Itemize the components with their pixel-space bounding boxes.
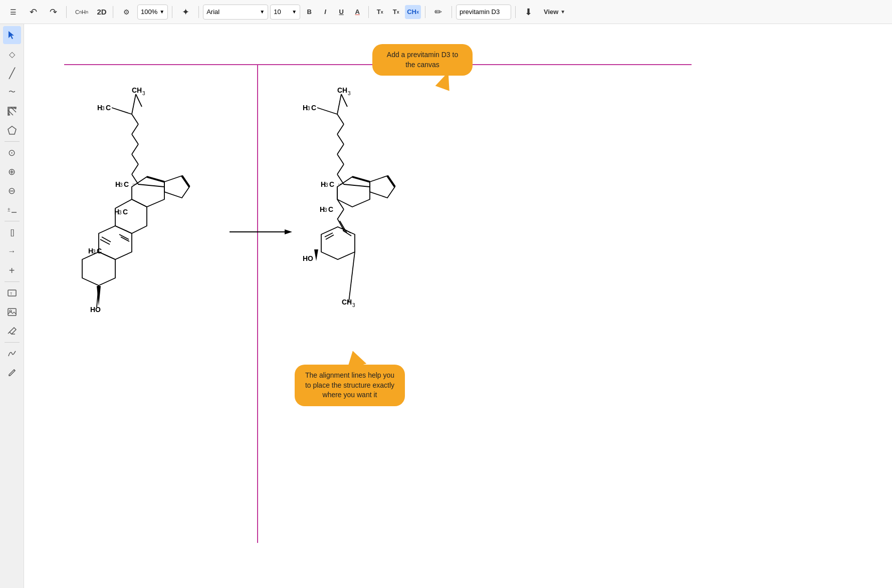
svg-text:±: ± bbox=[8, 207, 11, 212]
chem-format-button[interactable]: CHx bbox=[405, 5, 421, 19]
font-size-dropdown[interactable]: 10 ▼ bbox=[270, 5, 300, 20]
menu-button[interactable]: ☰ bbox=[4, 3, 22, 21]
toolbar: ☰ ↶ ↷ CnHn 2D ⚙ 100% ▼ ✦ Arial ▼ 10 ▼ B … bbox=[0, 0, 892, 24]
svg-text:HO: HO bbox=[303, 254, 313, 262]
view-button[interactable]: View ▼ bbox=[540, 5, 569, 19]
svg-line-74 bbox=[341, 94, 347, 107]
separator-5 bbox=[368, 6, 369, 18]
sb-sep-3 bbox=[5, 281, 20, 282]
svg-text:C: C bbox=[106, 104, 111, 112]
svg-line-73 bbox=[317, 108, 337, 114]
separator-8 bbox=[515, 6, 516, 18]
svg-marker-82 bbox=[370, 176, 395, 198]
svg-text:C: C bbox=[328, 205, 333, 213]
undo-button[interactable]: ↶ bbox=[24, 3, 42, 21]
svg-text:3: 3 bbox=[348, 91, 351, 96]
svg-line-18 bbox=[14, 370, 15, 371]
settings-button[interactable]: ⚙ bbox=[117, 3, 135, 21]
sidebar-atom-tool[interactable]: ⊙ bbox=[3, 144, 21, 162]
separator-2 bbox=[113, 6, 113, 18]
sidebar-pentagon-tool[interactable] bbox=[3, 121, 21, 139]
svg-text:3: 3 bbox=[120, 182, 123, 188]
formula-button[interactable]: CnHn bbox=[71, 3, 93, 21]
canvas[interactable]: CH 3 H 3 C H 3 C ···· H 3 C bbox=[24, 24, 892, 588]
svg-line-67 bbox=[337, 124, 344, 134]
svg-text:3: 3 bbox=[352, 303, 355, 308]
sidebar-number-tool[interactable]: ± bbox=[3, 201, 21, 219]
svg-line-66 bbox=[337, 114, 344, 124]
sidebar-zoom-in-tool[interactable]: ⊕ bbox=[3, 163, 21, 181]
sidebar-select-tool[interactable] bbox=[3, 26, 21, 44]
svg-text:3: 3 bbox=[324, 207, 327, 213]
sidebar-image-tool[interactable] bbox=[3, 303, 21, 321]
svg-marker-104 bbox=[435, 70, 456, 91]
svg-line-70 bbox=[337, 154, 344, 164]
svg-marker-103 bbox=[285, 229, 292, 234]
svg-line-88 bbox=[337, 209, 344, 219]
svg-marker-51 bbox=[82, 252, 115, 285]
separator-1 bbox=[66, 6, 67, 18]
svg-line-58 bbox=[138, 184, 164, 187]
svg-line-85 bbox=[352, 177, 370, 182]
subscript-button[interactable]: Tx bbox=[389, 5, 403, 19]
svg-line-27 bbox=[132, 134, 138, 144]
svg-text:CH: CH bbox=[132, 86, 142, 94]
svg-line-65 bbox=[337, 94, 341, 114]
svg-marker-97 bbox=[314, 249, 318, 261]
svg-text:CH: CH bbox=[337, 86, 347, 94]
sidebar-shape-tool[interactable]: ◇ bbox=[3, 45, 21, 63]
italic-button[interactable]: I bbox=[318, 5, 332, 19]
svg-line-32 bbox=[112, 108, 132, 114]
svg-text:CH: CH bbox=[342, 298, 352, 306]
redo-button[interactable]: ↷ bbox=[44, 3, 62, 21]
font-family-dropdown[interactable]: Arial ▼ bbox=[203, 5, 268, 20]
sb-sep-4 bbox=[5, 342, 20, 343]
sidebar-pencil-tool[interactable] bbox=[3, 364, 21, 382]
svg-marker-41 bbox=[164, 176, 189, 198]
sidebar: ◇ ╱ 〜 ⊙ ⊕ ⊖ ± [ ] → + T bbox=[0, 24, 24, 588]
sidebar-plus-tool[interactable]: + bbox=[3, 261, 21, 279]
svg-line-25 bbox=[132, 114, 138, 124]
svg-text:C: C bbox=[329, 180, 334, 188]
svg-marker-0 bbox=[9, 31, 14, 39]
svg-text:3: 3 bbox=[119, 210, 122, 215]
svg-line-33 bbox=[136, 94, 142, 107]
svg-text:C: C bbox=[97, 247, 102, 255]
svg-text:C: C bbox=[123, 208, 128, 216]
svg-line-29 bbox=[132, 154, 138, 164]
sidebar-wave-tool[interactable]: 〜 bbox=[3, 83, 21, 101]
svg-line-100 bbox=[349, 252, 355, 302]
mode-2d-button[interactable]: 2D bbox=[95, 5, 109, 19]
sidebar-freehand-tool[interactable] bbox=[3, 345, 21, 363]
svg-line-89 bbox=[338, 219, 345, 232]
sidebar-frame-tool[interactable]: T bbox=[3, 284, 21, 302]
svg-marker-16 bbox=[9, 370, 15, 376]
download-button[interactable]: ⬇ bbox=[520, 3, 538, 21]
eraser-button[interactable]: ✏ bbox=[429, 3, 448, 21]
sidebar-zoom-out-tool[interactable]: ⊖ bbox=[3, 182, 21, 200]
svg-line-26 bbox=[132, 124, 138, 134]
svg-line-28 bbox=[132, 144, 138, 154]
sidebar-line-tool[interactable]: ╱ bbox=[3, 64, 21, 82]
sidebar-bracket-tool[interactable]: [ ] bbox=[3, 223, 21, 241]
sidebar-eraser-tool[interactable] bbox=[3, 322, 21, 340]
svg-text:3: 3 bbox=[142, 91, 145, 96]
zoom-dropdown[interactable]: 100% ▼ bbox=[137, 5, 168, 20]
magic-button[interactable]: ✦ bbox=[176, 3, 194, 21]
bold-button[interactable]: B bbox=[302, 5, 316, 19]
svg-text:T: T bbox=[10, 292, 13, 296]
tooltip-add-previtamin: Add a previtamin D3 to the canvas bbox=[372, 44, 473, 76]
svg-text:3: 3 bbox=[102, 106, 105, 111]
separator-3 bbox=[172, 6, 172, 18]
superscript-button[interactable]: Tx bbox=[373, 5, 387, 19]
svg-line-14 bbox=[8, 332, 10, 334]
text-color-button[interactable]: A bbox=[350, 5, 364, 19]
search-input[interactable] bbox=[456, 5, 511, 20]
svg-line-44 bbox=[147, 177, 164, 182]
svg-line-101 bbox=[344, 184, 370, 187]
svg-marker-6 bbox=[8, 126, 16, 134]
svg-line-42 bbox=[182, 176, 189, 187]
underline-button[interactable]: U bbox=[334, 5, 348, 19]
sidebar-arrow-tool[interactable]: → bbox=[3, 242, 21, 260]
sidebar-hatch-tool[interactable] bbox=[3, 102, 21, 120]
